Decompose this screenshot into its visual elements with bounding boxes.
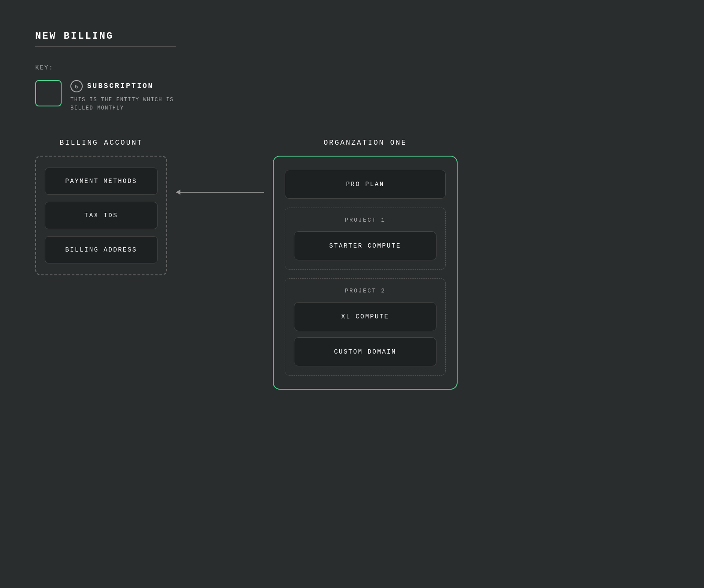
diagram-area: BILLING ACCOUNT PAYMENT METHODS TAX IDS …	[35, 139, 669, 390]
billing-address-button[interactable]: BILLING ADDRESS	[45, 236, 158, 263]
payment-methods-button[interactable]: PAYMENT METHODS	[45, 168, 158, 195]
billing-account-title: BILLING ACCOUNT	[59, 139, 143, 147]
page-container: NEW BILLING KEY: ↻ SUBSCRIPTION THIS IS …	[0, 0, 704, 588]
org-box: PRO PLAN PROJECT 1 STARTER COMPUTE PROJE…	[273, 156, 458, 390]
key-row: ↻ SUBSCRIPTION THIS IS THE ENTITY WHICH …	[35, 80, 669, 113]
key-box-icon	[35, 80, 62, 106]
org-section: ORGANZATION ONE PRO PLAN PROJECT 1 START…	[273, 139, 458, 390]
starter-compute-button[interactable]: STARTER COMPUTE	[294, 231, 436, 260]
billing-account-box: PAYMENT METHODS TAX IDS BILLING ADDRESS	[35, 156, 167, 275]
key-label: KEY:	[35, 64, 669, 71]
page-title: NEW BILLING	[35, 31, 669, 42]
project-1-label: PROJECT 1	[294, 217, 436, 223]
xl-compute-button[interactable]: XL COMPUTE	[294, 302, 436, 331]
custom-domain-button[interactable]: CUSTOM DOMAIN	[294, 337, 436, 366]
org-title: ORGANZATION ONE	[323, 139, 407, 147]
tax-ids-button[interactable]: TAX IDS	[45, 202, 158, 229]
project-1-section: PROJECT 1 STARTER COMPUTE	[285, 208, 446, 270]
subscription-icon: ↻	[70, 80, 83, 92]
arrow-container	[176, 192, 264, 193]
project-2-section: PROJECT 2 XL COMPUTE CUSTOM DOMAIN	[285, 278, 446, 376]
subscription-title: SUBSCRIPTION	[87, 82, 154, 90]
subscription-description: THIS IS THE ENTITY WHICH ISBILLED MONTHL…	[70, 96, 174, 113]
pro-plan-button[interactable]: PRO PLAN	[285, 170, 446, 199]
key-info: ↻ SUBSCRIPTION THIS IS THE ENTITY WHICH …	[70, 80, 174, 113]
subscription-row: ↻ SUBSCRIPTION	[70, 80, 174, 92]
billing-account-section: BILLING ACCOUNT PAYMENT METHODS TAX IDS …	[35, 139, 167, 275]
title-divider	[35, 46, 176, 47]
project-2-label: PROJECT 2	[294, 288, 436, 294]
arrow-line	[176, 192, 264, 193]
